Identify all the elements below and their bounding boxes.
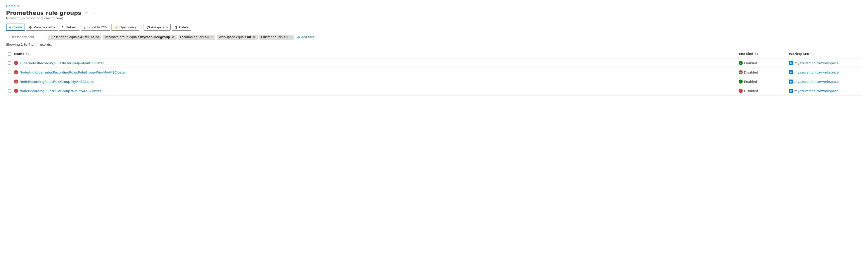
record-count: Showing 1 to 4 of 4 records.: [6, 43, 862, 47]
enabled-column-header[interactable]: Enabled ↑↓: [737, 51, 787, 57]
row-name-link-2[interactable]: NodeRecordingRulesRuleGroup-MyAKSCluster: [20, 80, 94, 84]
select-all-checkbox[interactable]: [8, 52, 11, 56]
name-column-header[interactable]: Name ↑↓: [12, 51, 737, 57]
table-header: Name ↑↓ Enabled ↑↓ Workspace ↑↓: [6, 49, 862, 58]
row-enabled-cell-2: ✓ Enabled: [737, 78, 787, 85]
add-filter-label: Add filter: [301, 35, 314, 39]
table-row: ⚠ NodeAndKubernetesRecordingRulesRuleGro…: [6, 68, 862, 77]
workspace-link-1[interactable]: myazuremonitorworkspace: [794, 71, 839, 74]
row-name-link-1[interactable]: NodeAndKubernetesRecordingRulesRuleGroup…: [20, 71, 126, 74]
status-label-3: Disabled: [744, 89, 758, 93]
status-badge-0: ✓ Enabled: [739, 61, 757, 65]
workspace-icon-1: ▣: [789, 70, 793, 74]
rule-icon-0: ⚠: [14, 61, 18, 65]
workspace-icon-3: ▣: [789, 89, 793, 93]
row-enabled-cell-0: ✓ Enabled: [737, 59, 787, 66]
row-checkbox-3[interactable]: [8, 89, 11, 92]
filter-tag-cluster-text: Cluster equals all: [261, 35, 288, 39]
manage-view-label: Manage view: [33, 25, 53, 29]
pin-icon-button[interactable]: ☆: [84, 10, 89, 16]
download-icon: ↓: [84, 26, 86, 29]
row-checkbox-cell: [6, 60, 12, 66]
checkbox-header-cell: [6, 51, 12, 57]
open-query-label: Open query: [120, 25, 136, 29]
more-options-button[interactable]: ···: [92, 10, 97, 16]
workspace-icon-2: ▣: [789, 80, 793, 84]
row-workspace-cell-1: ▣ myazuremonitorworkspace: [787, 69, 862, 76]
add-filter-icon: ⊕: [297, 35, 300, 39]
table-row: ⚠ NodeRecordingRulesRuleGroup-Win-MyAKSC…: [6, 86, 862, 95]
row-name-link-3[interactable]: NodeRecordingRulesRuleGroup-Win-MyAKSClu…: [20, 89, 101, 93]
breadcrumb-separator: >: [17, 4, 20, 8]
row-name-cell-2: ⚠ NodeRecordingRulesRuleGroup-MyAKSClust…: [12, 78, 737, 85]
assign-tags-button[interactable]: 🏷 Assign tags: [144, 24, 170, 31]
workspace-link-3[interactable]: myazuremonitorworkspace: [794, 89, 839, 93]
enabled-column-label: Enabled: [739, 52, 753, 56]
workspace-sort-icon[interactable]: ↑↓: [810, 52, 814, 55]
workspace-link-2[interactable]: myazuremonitorworkspace: [794, 80, 839, 84]
create-button[interactable]: + Create: [6, 24, 25, 31]
row-workspace-cell-2: ▣ myazuremonitorworkspace: [787, 78, 862, 85]
add-filter-button[interactable]: ⊕ Add filter: [296, 34, 315, 40]
data-table: Name ↑↓ Enabled ↑↓ Workspace ↑↓ ⚠ Kubern…: [6, 49, 862, 95]
workspace-column-header[interactable]: Workspace ↑↓: [787, 51, 862, 57]
refresh-button[interactable]: ↻ Refresh: [59, 24, 80, 31]
page-subtitle: Microsoft (microsoft.onmicrosoft.com): [6, 17, 862, 20]
row-enabled-cell-1: — Disabled: [737, 69, 787, 76]
filter-tag-resource-group: Resource group equals myresourcegroup ✕: [103, 35, 177, 39]
name-sort-icon[interactable]: ↑↓: [26, 52, 30, 55]
gear-icon: ⚙: [29, 26, 32, 29]
row-checkbox-cell: [6, 78, 12, 85]
create-label: Create: [12, 25, 22, 29]
delete-icon: 🗑: [175, 26, 178, 29]
status-label-1: Disabled: [744, 71, 758, 74]
plus-icon: +: [9, 26, 11, 29]
disabled-icon-1: —: [739, 70, 743, 74]
open-query-button[interactable]: ⚡ Open query: [111, 24, 139, 31]
manage-view-button[interactable]: ⚙ Manage view ▾: [26, 24, 58, 31]
row-enabled-cell-3: — Disabled: [737, 87, 787, 94]
enabled-icon-2: ✓: [739, 80, 743, 84]
filter-input[interactable]: [6, 34, 46, 40]
enabled-icon-0: ✓: [739, 61, 743, 65]
status-badge-2: ✓ Enabled: [739, 80, 757, 84]
filter-tag-workspace-close[interactable]: ✕: [252, 36, 256, 38]
breadcrumb: Home >: [6, 4, 862, 8]
row-checkbox-2[interactable]: [8, 80, 11, 83]
table-row: ⚠ KubernetesRecordingRulesRuleGroup-MyAK…: [6, 58, 862, 68]
row-name-cell-1: ⚠ NodeAndKubernetesRecordingRulesRuleGro…: [12, 69, 737, 76]
workspace-column-label: Workspace: [789, 52, 809, 56]
filter-tag-subscription-text: Subscription equals ACME Telco: [50, 35, 99, 39]
delete-label: Delete: [179, 25, 189, 29]
workspace-link-0[interactable]: myazuremonitorworkspace: [794, 61, 839, 65]
breadcrumb-home[interactable]: Home: [6, 4, 16, 8]
status-label-0: Enabled: [744, 61, 757, 65]
tag-icon: 🏷: [146, 26, 150, 29]
delete-button[interactable]: 🗑 Delete: [172, 24, 191, 31]
refresh-label: Refresh: [66, 25, 78, 29]
row-name-cell-0: ⚠ KubernetesRecordingRulesRuleGroup-MyAK…: [12, 59, 737, 66]
page-title: Prometheus rule groups: [6, 10, 81, 16]
status-label-2: Enabled: [744, 80, 757, 84]
filter-tag-location-close[interactable]: ✕: [210, 36, 213, 38]
row-name-cell-3: ⚠ NodeRecordingRulesRuleGroup-Win-MyAKSC…: [12, 87, 737, 94]
row-name-link-0[interactable]: KubernetesRecordingRulesRuleGroup-MyAKSC…: [20, 61, 104, 65]
filter-tag-location: Location equals all ✕: [178, 35, 215, 39]
page-header: Prometheus rule groups ☆ ···: [6, 10, 862, 16]
row-checkbox-1[interactable]: [8, 71, 11, 74]
status-badge-1: — Disabled: [739, 70, 758, 74]
row-workspace-cell-3: ▣ myazuremonitorworkspace: [787, 87, 862, 94]
rule-icon-3: ⚠: [14, 89, 18, 93]
table-body: ⚠ KubernetesRecordingRulesRuleGroup-MyAK…: [6, 58, 862, 95]
filter-tag-cluster-close[interactable]: ✕: [289, 36, 292, 38]
export-csv-button[interactable]: ↓ Export to CSV: [81, 24, 110, 31]
chevron-down-icon: ▾: [54, 26, 55, 29]
filter-tag-cluster: Cluster equals all ✕: [259, 35, 294, 39]
filter-tag-workspace-text: Workspace equals all: [219, 35, 251, 39]
row-checkbox-0[interactable]: [8, 61, 11, 65]
export-label: Export to CSV: [87, 25, 107, 29]
filter-tag-subscription: Subscription equals ACME Telco: [48, 35, 101, 39]
enabled-sort-icon[interactable]: ↑↓: [754, 52, 759, 55]
row-workspace-cell-0: ▣ myazuremonitorworkspace: [787, 59, 862, 66]
filter-tag-resource-group-close[interactable]: ✕: [172, 36, 175, 38]
